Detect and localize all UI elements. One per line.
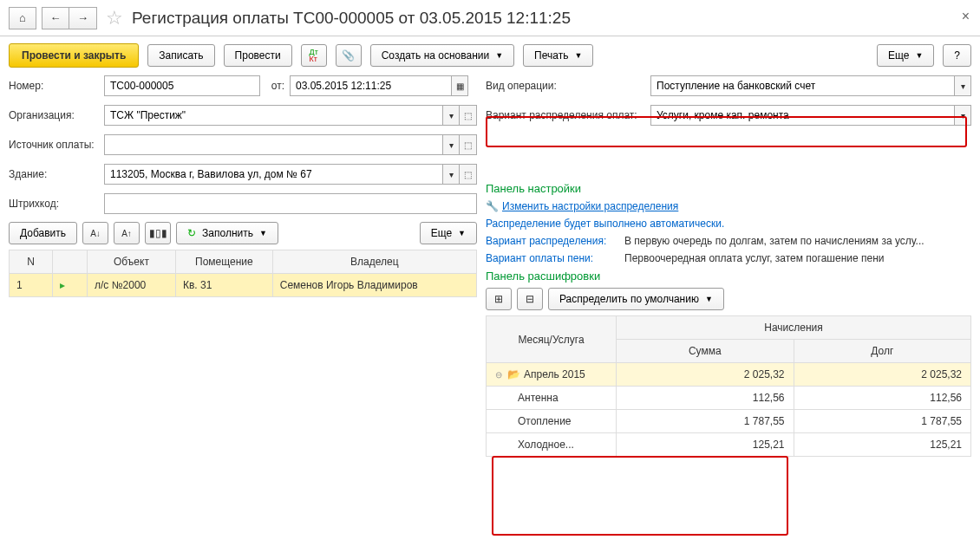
back-button[interactable]: ←: [42, 7, 69, 29]
dist-label: Вариант распределения:: [486, 235, 624, 247]
home-button[interactable]: ⌂: [9, 7, 36, 29]
number-label: Номер:: [9, 80, 104, 92]
cell-sum: 125,21: [617, 433, 794, 457]
print-label: Печать: [534, 49, 568, 62]
collapse-all-icon[interactable]: ⊟: [517, 288, 543, 310]
open-icon[interactable]: ⬚: [460, 134, 477, 155]
sort-desc-icon[interactable]: A↑: [114, 222, 140, 244]
cell-room: Кв. 31: [175, 274, 272, 297]
date-input[interactable]: [290, 75, 451, 96]
dtkt-icon[interactable]: ДтКт: [301, 44, 327, 67]
barcode-input[interactable]: [104, 193, 477, 214]
detail-table: Месяц/Услуга Начисления Сумма Долг ⊖📂Апр…: [486, 315, 971, 457]
left-more-button[interactable]: Еще▼: [420, 222, 477, 244]
penalty-label: Вариант оплаты пени:: [486, 252, 624, 264]
building-label: Здание:: [9, 168, 104, 180]
item-label: Холодное...: [487, 433, 617, 457]
col-n[interactable]: N: [10, 250, 53, 274]
page-title: Регистрация оплаты ТС00-000005 от 03.05.…: [132, 9, 571, 28]
cell-debt: 2 025,32: [794, 363, 971, 387]
add-button[interactable]: Добавить: [9, 222, 77, 244]
open-icon[interactable]: ⬚: [460, 164, 477, 185]
folder-icon: 📂: [507, 368, 520, 380]
col-room[interactable]: Помещение: [175, 250, 272, 274]
dist-variant-input[interactable]: [650, 105, 954, 126]
col-debt[interactable]: Долг: [794, 340, 971, 363]
dist-val: В первую очередь по долгам, затем по нач…: [624, 235, 924, 247]
barcode-icon[interactable]: ▮▯▮: [145, 222, 171, 244]
create-based-label: Создать на основании: [382, 49, 490, 62]
penalty-val: Первоочередная оплата услуг, затем погаш…: [624, 252, 884, 264]
cell-n: 1: [10, 274, 53, 297]
wrench-icon: 🔧: [486, 200, 499, 212]
item-label: Антенна: [487, 387, 617, 410]
submit-close-button[interactable]: Провести и закрыть: [9, 43, 139, 68]
cell-debt: 125,21: [794, 433, 971, 457]
tree-row-item[interactable]: Отопление 1 787,55 1 787,55: [487, 410, 971, 433]
more-button[interactable]: Еще▼: [877, 44, 934, 67]
col-sum[interactable]: Сумма: [617, 340, 794, 363]
col-obj[interactable]: Объект: [88, 250, 176, 274]
dist-variant-label: Вариант распределения оплат:: [486, 109, 650, 121]
cell-obj: л/с №2000: [88, 274, 176, 297]
sort-asc-icon[interactable]: A↓: [82, 222, 108, 244]
org-label: Организация:: [9, 109, 104, 121]
distribute-button[interactable]: Распределить по умолчанию▼: [548, 288, 724, 310]
tree-row-month[interactable]: ⊖📂Апрель 2015 2 025,32 2 025,32: [487, 363, 971, 387]
col-owner[interactable]: Владелец: [272, 250, 476, 274]
distribute-label: Распределить по умолчанию: [559, 293, 699, 305]
help-button[interactable]: ?: [943, 44, 971, 67]
cell-debt: 112,56: [794, 387, 971, 410]
highlight-annotation: [492, 456, 788, 536]
dropdown-icon[interactable]: ▾: [442, 164, 460, 185]
cell-owner: Семенов Игорь Владимиров: [272, 274, 476, 297]
month-label: Апрель 2015: [524, 368, 585, 380]
fill-button[interactable]: ↻Заполнить▼: [176, 222, 278, 244]
source-input[interactable]: [104, 134, 442, 155]
calendar-icon[interactable]: ▦: [451, 75, 468, 96]
dropdown-icon[interactable]: ▾: [442, 134, 460, 155]
tree-row-item[interactable]: Холодное... 125,21 125,21: [487, 433, 971, 457]
source-label: Источник оплаты:: [9, 139, 104, 151]
auto-dist-text: Распределение будет выполнено автоматиче…: [486, 218, 971, 230]
change-settings-link[interactable]: Изменить настройки распределения: [502, 200, 678, 212]
col-month[interactable]: Месяц/Услуга: [487, 316, 617, 363]
detail-panel-title: Панель расшифровки: [486, 270, 971, 283]
col-charges[interactable]: Начисления: [617, 316, 971, 340]
dropdown-icon[interactable]: ▾: [954, 105, 971, 126]
cell-debt: 1 787,55: [794, 410, 971, 433]
cell-sum: 2 025,32: [617, 363, 794, 387]
from-label: от:: [260, 80, 290, 92]
dropdown-icon[interactable]: ▾: [442, 105, 460, 126]
print-button[interactable]: Печать▼: [523, 44, 593, 67]
table-row[interactable]: 1 ▸ л/с №2000 Кв. 31 Семенов Игорь Влади…: [10, 274, 477, 297]
building-input[interactable]: [104, 164, 442, 185]
save-button[interactable]: Записать: [147, 44, 214, 67]
flag-icon: ▸: [53, 274, 88, 297]
attachments-icon[interactable]: 📎: [336, 44, 362, 67]
open-icon[interactable]: ⬚: [460, 105, 477, 126]
fill-label: Заполнить: [202, 227, 253, 239]
op-type-label: Вид операции:: [486, 80, 650, 92]
close-icon[interactable]: ×: [962, 9, 970, 24]
expand-all-icon[interactable]: ⊞: [486, 288, 512, 310]
op-type-input[interactable]: [650, 75, 954, 96]
collapse-icon[interactable]: ⊖: [495, 370, 502, 380]
settings-panel-title: Панель настройки: [486, 182, 971, 195]
number-input[interactable]: [104, 75, 260, 96]
submit-button[interactable]: Провести: [224, 44, 292, 67]
cell-sum: 1 787,55: [617, 410, 794, 433]
tree-row-item[interactable]: Антенна 112,56 112,56: [487, 387, 971, 410]
left-more-label: Еще: [431, 227, 452, 239]
dropdown-icon[interactable]: ▾: [954, 75, 971, 96]
create-based-button[interactable]: Создать на основании▼: [370, 44, 514, 67]
forward-button[interactable]: →: [69, 7, 97, 29]
cell-sum: 112,56: [617, 387, 794, 410]
star-icon[interactable]: ☆: [106, 7, 123, 29]
accounts-table: N Объект Помещение Владелец 1 ▸ л/с №200…: [9, 250, 477, 297]
item-label: Отопление: [487, 410, 617, 433]
more-label: Еще: [888, 49, 909, 62]
org-input[interactable]: [104, 105, 442, 126]
barcode-label: Штрихкод:: [9, 198, 104, 210]
